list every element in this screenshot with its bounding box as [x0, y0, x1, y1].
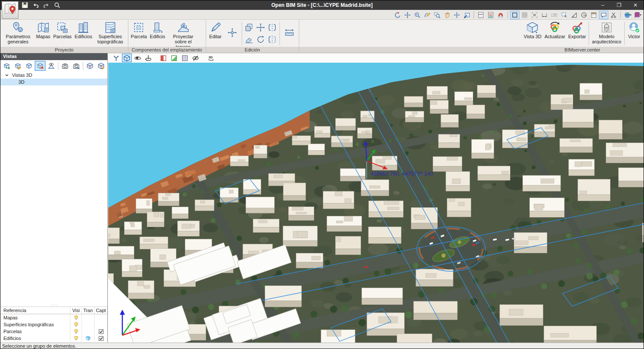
save-icon[interactable] [21, 1, 29, 9]
panel-splitter[interactable]: ···· [0, 303, 107, 307]
close-button[interactable]: ✕ [627, 0, 644, 10]
ribbon-button-victor[interactable]: Victor [626, 20, 642, 40]
dimension-150-icon[interactable]: 1.50 [550, 11, 559, 19]
ribbon-button-mirror-axis[interactable] [267, 21, 278, 33]
ribbon-button-copy[interactable] [243, 21, 255, 33]
capture-checkbox[interactable] [94, 321, 107, 328]
ribbon-button-vista-3d[interactable]: Vista 3D [522, 20, 543, 40]
capture-checkbox[interactable] [94, 335, 107, 342]
redraw-icon[interactable] [422, 11, 432, 19]
ribbon-button-modelo-arquitectonico[interactable]: Modelo arquitectónico [590, 20, 623, 45]
app-menu-button[interactable] [2, 1, 18, 19]
zoom-extents-icon[interactable] [403, 11, 412, 19]
orbit-view-icon[interactable] [133, 54, 143, 62]
table-row[interactable]: Superficies topográficas [0, 321, 107, 328]
table-row[interactable]: Parcelas [0, 328, 107, 335]
ribbon-button-mirror-copy[interactable] [267, 33, 278, 46]
solid-view-icon[interactable] [122, 54, 132, 62]
visibility-bulb-icon[interactable] [70, 314, 82, 321]
visibility-bulb-icon[interactable] [70, 321, 82, 328]
ribbon-button-editar[interactable]: Editar [207, 20, 224, 40]
ribbon-button-exportar[interactable]: Exportar [567, 20, 587, 40]
visibility-bulb-icon[interactable] [70, 328, 82, 335]
column-header-referencia[interactable]: Referencia [0, 308, 70, 313]
ribbon-button-erase[interactable] [243, 33, 255, 46]
table-row[interactable]: Mapas [0, 314, 107, 321]
export-screenshot-icon[interactable] [71, 61, 82, 71]
section-fill-icon[interactable] [158, 54, 168, 62]
ribbon-button-edificio[interactable]: Edificio [149, 20, 166, 40]
minimize-button[interactable]: – [595, 0, 611, 10]
snap-magnet-icon[interactable] [496, 11, 505, 19]
ribbon-button-label: Parcelas [53, 34, 72, 39]
pan-icon[interactable] [442, 11, 452, 19]
ribbon-button-parametros-generales[interactable]: Parámetros generales [2, 20, 34, 45]
ribbon-button-parcela[interactable]: Parcela [130, 20, 148, 40]
transparency-cube-icon[interactable] [82, 335, 94, 342]
ribbon-button-separator [624, 22, 625, 45]
redo-icon[interactable] [43, 1, 50, 9]
layers-panel-icon[interactable] [589, 11, 598, 19]
hide-elements-icon[interactable] [191, 54, 200, 62]
visibility-bulb-icon[interactable] [70, 335, 82, 342]
import-view-icon[interactable] [462, 11, 471, 19]
search-icon[interactable] [53, 1, 61, 9]
ribbon-button-mapas[interactable]: Mapas [35, 20, 52, 40]
transparency-cube-icon[interactable] [82, 314, 94, 321]
ribbon-button-proyectar-sobre-el-terreno[interactable]: Proyectar sobre el terreno [167, 20, 200, 50]
column-header-capt[interactable]: Capt [94, 307, 107, 314]
zoom-previous-icon[interactable] [413, 11, 422, 19]
clip-box-icon[interactable] [85, 61, 95, 71]
axes-tripod-icon[interactable] [111, 54, 121, 62]
duplicate-view-icon[interactable] [24, 61, 34, 71]
table-row[interactable]: Edificios [0, 335, 107, 342]
ribbon-button-measure[interactable] [281, 20, 298, 45]
dimension-icon[interactable] [540, 11, 549, 19]
transparency-cube-icon[interactable] [82, 328, 94, 335]
maximize-button[interactable]: ❐ [611, 0, 627, 10]
ribbon-button-superficies-topograficas[interactable]: Superficies topográficas [94, 20, 127, 45]
rotate-3d-icon[interactable]: 3D [206, 54, 216, 62]
new-view-icon[interactable] [1, 61, 12, 71]
ribbon-button-edificios[interactable]: Edificios [73, 20, 94, 40]
column-header-tran[interactable]: Tran [82, 307, 94, 314]
orbit-center-icon[interactable] [579, 11, 589, 19]
snap-point-icon[interactable] [530, 11, 539, 19]
ribbon-button-actualizar[interactable]: Actualizar [543, 20, 566, 40]
3d-viewport-canvas[interactable]: 439953.790, 4475770.140 [108, 63, 644, 343]
capture-checkbox[interactable] [94, 328, 107, 335]
ribbon-button-label: Exportar [568, 34, 586, 39]
clip-box-edit-icon[interactable] [96, 61, 106, 71]
ribbon-button-rotate[interactable] [255, 33, 267, 46]
ortho-square-icon[interactable] [510, 11, 519, 19]
tree-node-vistas-3d[interactable]: Vistas 3D [0, 72, 107, 79]
dxf-template-icon[interactable]: DXF [476, 11, 486, 19]
column-header-visi[interactable]: Visi [70, 307, 82, 314]
cut-icon[interactable] [609, 11, 618, 19]
selection-window-icon[interactable] [559, 11, 569, 19]
angle-icon[interactable] [569, 11, 579, 19]
screenshot-icon[interactable] [60, 61, 70, 71]
ribbon-button-move-node[interactable] [224, 20, 240, 45]
edit-view-icon[interactable] [12, 61, 23, 71]
turntable-icon[interactable] [143, 54, 153, 62]
measure-grid-icon[interactable] [180, 54, 190, 62]
ribbon-button-move[interactable] [255, 21, 267, 33]
comment-icon[interactable] [599, 11, 608, 19]
tree-item-3d[interactable]: 3D [0, 79, 107, 85]
orbit-icon[interactable] [393, 11, 402, 19]
ribbon-button-parcelas[interactable]: Parcelas [52, 20, 73, 40]
capture-checkbox[interactable] [94, 314, 107, 321]
ribbon-button-label: Editar [209, 34, 222, 39]
zoom-window-icon[interactable] [432, 11, 442, 19]
perspective-icon[interactable] [46, 61, 57, 71]
transparency-cube-icon[interactable] [82, 321, 94, 328]
move-view-icon[interactable] [452, 11, 462, 19]
delete-view-icon[interactable] [35, 61, 46, 71]
grid-icon[interactable] [520, 11, 529, 19]
textures-icon[interactable] [169, 54, 179, 62]
undo-icon[interactable] [32, 1, 39, 9]
dxf-layers-icon[interactable]: DXF [486, 11, 495, 19]
help-book-icon[interactable]: ▾ [633, 11, 642, 19]
web-icon[interactable]: ▾ [623, 11, 632, 19]
